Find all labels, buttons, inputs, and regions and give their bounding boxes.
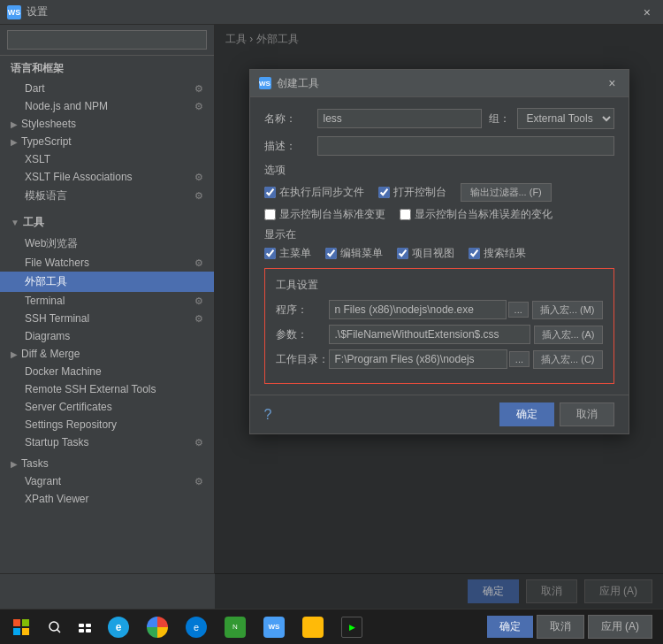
svg-rect-4 bbox=[79, 629, 84, 632]
name-input[interactable] bbox=[317, 109, 482, 128]
name-label: 名称： bbox=[264, 111, 317, 126]
taskbar-app-ie[interactable]: e bbox=[99, 611, 138, 643]
params-input[interactable] bbox=[329, 325, 530, 344]
sidebar-item-server-certs[interactable]: Server Certificates bbox=[0, 398, 214, 416]
dialog-title-bar: WS 创建工具 × bbox=[250, 70, 629, 97]
sidebar-item-xslt-file[interactable]: XSLT File Associations ⚙ bbox=[0, 168, 214, 186]
dialog-icon: WS bbox=[259, 77, 271, 89]
expand-icon-template: ⚙ bbox=[194, 190, 203, 202]
group-select-container: External Tools bbox=[517, 108, 614, 129]
help-icon[interactable]: ? bbox=[264, 407, 272, 423]
search-input[interactable] bbox=[7, 30, 207, 50]
expand-icon-watchers: ⚙ bbox=[194, 257, 203, 269]
expand-icon-xslt: ⚙ bbox=[194, 172, 203, 183]
taskbar-right: 确定 取消 应用 (A) bbox=[487, 615, 659, 639]
svg-rect-2 bbox=[79, 624, 84, 627]
main-menu-checkbox[interactable]: 主菜单 bbox=[264, 246, 311, 261]
sidebar-item-external-tools[interactable]: 外部工具 bbox=[0, 272, 214, 292]
sidebar-item-dart[interactable]: Dart ⚙ bbox=[0, 80, 214, 97]
dialog-bottom: ? 确定 取消 bbox=[250, 395, 629, 433]
workdir-input[interactable] bbox=[329, 349, 507, 369]
taskbar-app-edge[interactable]: e bbox=[177, 611, 216, 643]
expand-icon-startup: ⚙ bbox=[194, 437, 203, 448]
params-insert-button[interactable]: 插入宏... (A) bbox=[534, 326, 603, 344]
desc-row: 描述： bbox=[264, 136, 614, 156]
sidebar-item-vagrant[interactable]: Vagrant ⚙ bbox=[0, 472, 214, 490]
expand-icon-dart: ⚙ bbox=[194, 83, 203, 95]
workdir-row: 工作目录： ... 插入宏... (C) bbox=[276, 349, 603, 369]
sidebar-item-startup-tasks[interactable]: Startup Tasks ⚙ bbox=[0, 433, 214, 451]
sidebar-item-ssh-terminal[interactable]: SSH Terminal ⚙ bbox=[0, 310, 214, 327]
taskbar-apply-button[interactable]: 应用 (A) bbox=[588, 615, 652, 639]
taskbar-cancel-button[interactable]: 取消 bbox=[537, 615, 584, 639]
open-console-checkbox[interactable]: 打开控制台 bbox=[378, 185, 446, 200]
sidebar-item-docker-machine[interactable]: Docker Machine bbox=[0, 363, 214, 380]
sidebar-item-diff-merge[interactable]: ▶Diff & Merge bbox=[0, 345, 214, 363]
sidebar-item-typescript[interactable]: ▶TypeScript bbox=[0, 133, 214, 150]
dialog-cancel-button[interactable]: 取消 bbox=[560, 402, 614, 426]
expand-icon-terminal: ⚙ bbox=[194, 295, 203, 307]
sidebar-item-nodejs[interactable]: Node.js and NPM ⚙ bbox=[0, 97, 214, 115]
section-label-tools: ▼工具 bbox=[0, 210, 214, 234]
dialog-close-button[interactable]: × bbox=[605, 75, 619, 91]
expand-icon-ssh: ⚙ bbox=[194, 313, 203, 325]
sidebar-item-template-lang[interactable]: 模板语言 ⚙ bbox=[0, 186, 214, 206]
workdir-browse-button[interactable]: ... bbox=[509, 351, 530, 367]
program-browse-button[interactable]: ... bbox=[508, 302, 529, 318]
show-in-label: 显示在 bbox=[264, 227, 614, 242]
tool-settings-label: 工具设置 bbox=[276, 278, 603, 293]
search-results-checkbox[interactable]: 搜索结果 bbox=[469, 246, 526, 261]
dialog-confirm-button[interactable]: 确定 bbox=[499, 402, 554, 426]
workdir-insert-button[interactable]: 插入宏... (C) bbox=[533, 350, 603, 369]
main-container: 语言和框架 Dart ⚙ Node.js and NPM ⚙ ▶Styleshe… bbox=[0, 25, 663, 609]
sidebar-item-diagrams[interactable]: Diagrams bbox=[0, 327, 214, 345]
sidebar-item-tasks-section[interactable]: ▶Tasks bbox=[0, 455, 214, 472]
editor-menu-checkbox[interactable]: 编辑菜单 bbox=[325, 246, 383, 261]
taskbar-app-node[interactable]: N bbox=[216, 611, 255, 643]
show-console-macro-err-checkbox[interactable]: 显示控制台当标准误差的变化 bbox=[400, 207, 552, 222]
sidebar-item-xpath-viewer[interactable]: XPath Viewer bbox=[0, 490, 214, 508]
search-taskbar-button[interactable] bbox=[41, 613, 69, 641]
params-label: 参数： bbox=[276, 327, 329, 342]
group-select[interactable]: External Tools bbox=[517, 108, 614, 129]
sidebar-item-remote-ssh[interactable]: Remote SSH External Tools bbox=[0, 380, 214, 398]
taskbar-icons: e e N WS ▶ bbox=[99, 611, 487, 643]
show-in-row: 主菜单 编辑菜单 项目视图 搜索结果 bbox=[264, 246, 614, 261]
options-row1: 在执行后同步文件 打开控制台 输出过滤器... (F) bbox=[264, 183, 614, 202]
workdir-label: 工作目录： bbox=[276, 352, 329, 367]
dialog-title-text: 创建工具 bbox=[277, 76, 606, 91]
taskbar: e e N WS ▶ 确定 取消 应用 (A) bbox=[0, 609, 663, 644]
params-row: 参数： 插入宏... (A) bbox=[276, 325, 603, 344]
sync-files-checkbox[interactable]: 在执行后同步文件 bbox=[264, 185, 364, 200]
filter-output-button[interactable]: 输出过滤器... (F) bbox=[461, 183, 552, 202]
taskbar-app-chrome[interactable] bbox=[138, 611, 177, 643]
show-console-macro-checkbox[interactable]: 显示控制台当标准变更 bbox=[264, 207, 385, 222]
sidebar-item-terminal[interactable]: Terminal ⚙ bbox=[0, 292, 214, 310]
program-input[interactable] bbox=[329, 300, 507, 319]
content-area: 工具 › 外部工具 WS 创建工具 × 名称： 组： bbox=[215, 25, 663, 609]
title-bar: WS 设置 × bbox=[0, 0, 663, 25]
sidebar-item-settings-repo[interactable]: Settings Repository bbox=[0, 416, 214, 433]
taskbar-confirm-button[interactable]: 确定 bbox=[487, 616, 533, 638]
taskbar-app-folder[interactable] bbox=[293, 611, 332, 643]
project-view-checkbox[interactable]: 项目视图 bbox=[397, 246, 454, 261]
desc-input[interactable] bbox=[317, 136, 614, 156]
windows-logo bbox=[13, 619, 29, 635]
section-label-lang: 语言和框架 bbox=[0, 56, 214, 80]
taskbar-app-ws[interactable]: WS bbox=[255, 611, 293, 643]
program-insert-button[interactable]: 插入宏... (M) bbox=[532, 301, 603, 319]
sidebar-item-file-watchers[interactable]: File Watchers ⚙ bbox=[0, 254, 214, 272]
sidebar-item-web-browser[interactable]: Web浏览器 bbox=[0, 234, 214, 254]
title-close-button[interactable]: × bbox=[638, 4, 656, 21]
create-tool-dialog: WS 创建工具 × 名称： 组： External Tools bbox=[249, 69, 629, 434]
task-view-button[interactable] bbox=[71, 613, 99, 641]
sidebar-item-stylesheets[interactable]: ▶Stylesheets bbox=[0, 115, 214, 133]
taskbar-app-cmd[interactable]: ▶ bbox=[332, 611, 371, 643]
start-button[interactable] bbox=[4, 611, 39, 643]
sidebar: 语言和框架 Dart ⚙ Node.js and NPM ⚙ ▶Styleshe… bbox=[0, 25, 215, 609]
sidebar-item-xslt[interactable]: XSLT bbox=[0, 150, 214, 168]
search-box bbox=[0, 25, 214, 56]
svg-rect-3 bbox=[86, 624, 91, 627]
options-row2: 显示控制台当标准变更 显示控制台当标准误差的变化 bbox=[264, 207, 614, 222]
dialog-body: 名称： 组： External Tools 描述： bbox=[250, 97, 629, 395]
